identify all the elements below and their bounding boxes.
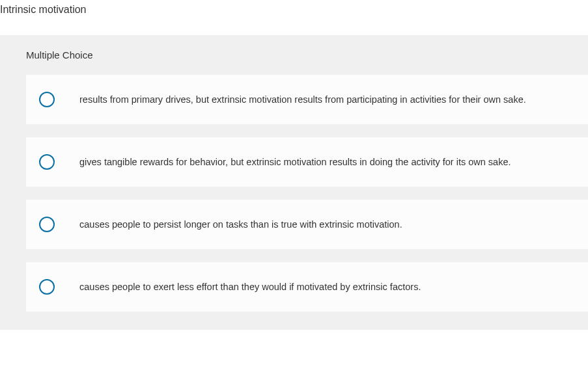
radio-icon[interactable]: [39, 217, 55, 232]
option-row[interactable]: gives tangible rewards for behavior, but…: [26, 137, 588, 187]
option-text: causes people to persist longer on tasks…: [79, 218, 402, 231]
option-text: results from primary drives, but extrins…: [79, 93, 526, 106]
radio-icon[interactable]: [39, 92, 55, 107]
option-text: gives tangible rewards for behavior, but…: [79, 155, 511, 168]
option-text: causes people to exert less effort than …: [79, 280, 421, 293]
radio-icon[interactable]: [39, 154, 55, 170]
section-label: Multiple Choice: [0, 35, 588, 75]
question-title: Intrinsic motivation: [0, 0, 588, 35]
option-row[interactable]: causes people to exert less effort than …: [26, 262, 588, 312]
options-list: results from primary drives, but extrins…: [0, 75, 588, 312]
option-row[interactable]: results from primary drives, but extrins…: [26, 75, 588, 124]
multiple-choice-container: Multiple Choice results from primary dri…: [0, 35, 588, 330]
radio-icon[interactable]: [39, 279, 55, 295]
option-row[interactable]: causes people to persist longer on tasks…: [26, 200, 588, 249]
